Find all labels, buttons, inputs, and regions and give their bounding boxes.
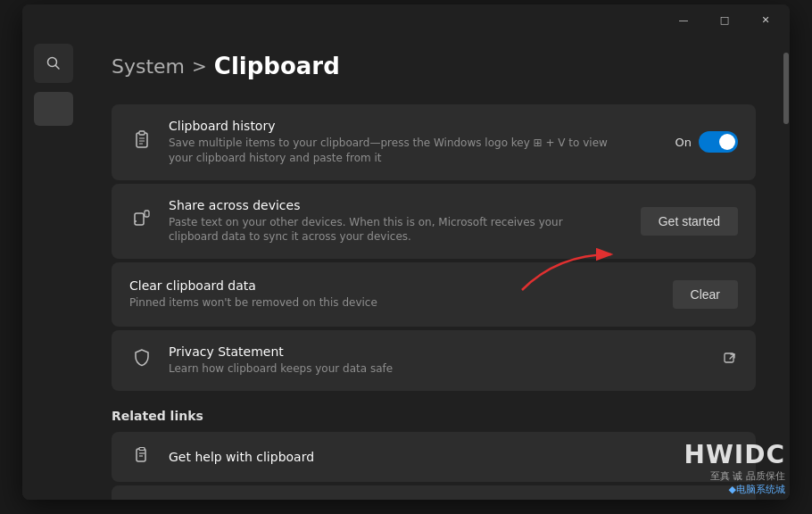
privacy-external-link[interactable] bbox=[722, 351, 738, 370]
breadcrumb-separator: > bbox=[192, 55, 207, 77]
clear-clipboard-card: Clear clipboard data Pinned items won't … bbox=[112, 262, 756, 327]
clipboard-history-action: On bbox=[675, 131, 738, 153]
breadcrumb: System > Clipboard bbox=[112, 53, 756, 79]
get-help-title: Get help with clipboard bbox=[169, 450, 314, 464]
share-across-desc: Paste text on your other devices. When t… bbox=[169, 215, 615, 245]
sidebar-nav-item[interactable] bbox=[34, 92, 73, 126]
clipboard-history-toggle[interactable] bbox=[699, 131, 738, 153]
svg-point-10 bbox=[135, 220, 137, 222]
clear-button[interactable]: Clear bbox=[673, 280, 738, 309]
content-area: System > Clipboard Clipboard history bbox=[22, 35, 790, 500]
svg-line-1 bbox=[56, 66, 60, 70]
share-across-card: Share across devices Paste text on your … bbox=[112, 184, 756, 260]
scrollbar-track[interactable] bbox=[783, 35, 790, 500]
search-button[interactable] bbox=[34, 44, 73, 83]
svg-rect-13 bbox=[137, 449, 145, 461]
privacy-icon bbox=[129, 348, 154, 372]
toggle-container: On bbox=[675, 131, 738, 153]
main-content: System > Clipboard Clipboard history bbox=[85, 35, 783, 500]
privacy-statement-desc: Learn how clipboard keeps your data safe bbox=[169, 361, 615, 377]
svg-rect-3 bbox=[139, 131, 145, 135]
clear-clipboard-desc: Pinned items won't be removed on this de… bbox=[129, 295, 576, 311]
clipboard-history-icon bbox=[129, 130, 154, 154]
breadcrumb-current: Clipboard bbox=[214, 53, 340, 79]
titlebar: — □ ✕ bbox=[22, 4, 790, 35]
svg-rect-8 bbox=[145, 211, 149, 217]
share-across-icon bbox=[129, 209, 154, 233]
clear-clipboard-text: Clear clipboard data Pinned items won't … bbox=[129, 278, 673, 311]
privacy-statement-title: Privacy Statement bbox=[169, 344, 708, 359]
svg-rect-14 bbox=[139, 447, 145, 450]
toggle-label: On bbox=[675, 136, 692, 149]
more-info-card[interactable]: More info bbox=[112, 485, 756, 500]
close-button[interactable]: ✕ bbox=[745, 5, 786, 34]
clipboard-history-desc: Save multiple items to your clipboard—pr… bbox=[169, 136, 615, 166]
clipboard-history-title: Clipboard history bbox=[169, 119, 661, 133]
clipboard-history-text: Clipboard history Save multiple items to… bbox=[169, 119, 661, 166]
get-started-button[interactable]: Get started bbox=[641, 207, 738, 236]
privacy-statement-text: Privacy Statement Learn how clipboard ke… bbox=[169, 344, 708, 377]
breadcrumb-system: System bbox=[112, 55, 185, 78]
toggle-thumb bbox=[719, 134, 735, 150]
maximize-button[interactable]: □ bbox=[704, 5, 745, 34]
related-links-header: Related links bbox=[112, 409, 756, 423]
get-help-icon bbox=[129, 446, 154, 468]
clear-clipboard-title: Clear clipboard data bbox=[129, 278, 673, 293]
svg-rect-7 bbox=[135, 213, 144, 225]
privacy-statement-card: Privacy Statement Learn how clipboard ke… bbox=[112, 330, 756, 391]
clipboard-history-card: Clipboard history Save multiple items to… bbox=[112, 104, 756, 180]
share-across-text: Share across devices Paste text on your … bbox=[169, 198, 626, 245]
settings-window: — □ ✕ System > Clipboard bbox=[22, 4, 790, 500]
share-across-title: Share across devices bbox=[169, 198, 626, 212]
sidebar bbox=[22, 35, 85, 500]
scrollbar-thumb[interactable] bbox=[783, 53, 789, 124]
search-icon bbox=[46, 56, 61, 70]
share-across-action: Get started bbox=[641, 207, 738, 236]
minimize-button[interactable]: — bbox=[663, 5, 704, 34]
get-help-card[interactable]: Get help with clipboard bbox=[112, 432, 756, 482]
clear-clipboard-action: Clear bbox=[673, 280, 738, 309]
